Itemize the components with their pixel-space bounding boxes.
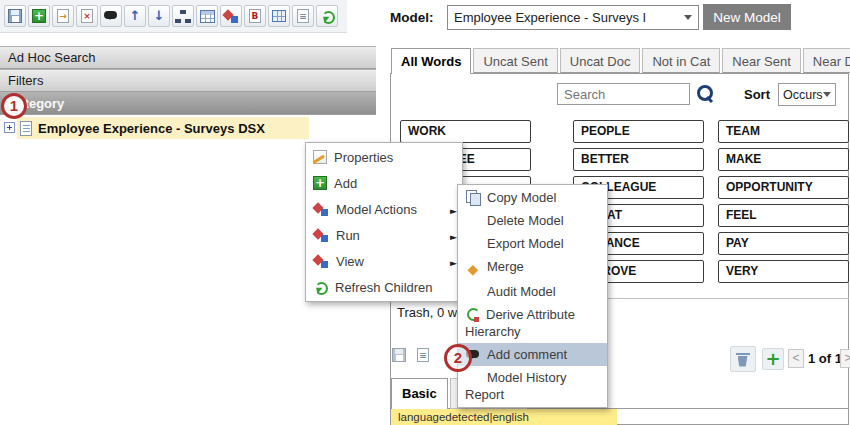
- annotation-step-2: 2: [444, 344, 472, 372]
- blank-icon: [465, 285, 481, 299]
- word-button[interactable]: WORK: [400, 120, 531, 143]
- menu-item-properties[interactable]: Properties: [306, 144, 462, 170]
- tree-item-label: Employee Experience - Surveys DSX: [38, 121, 265, 136]
- menu-item-label: Refresh Children: [335, 280, 433, 295]
- hierarchy-button[interactable]: [172, 5, 194, 27]
- tab-not-in-cat[interactable]: Not in Cat: [642, 48, 720, 73]
- run-icon: [313, 228, 329, 243]
- move-down-button[interactable]: [148, 5, 170, 27]
- grid-button[interactable]: [268, 5, 290, 27]
- sort-label: Sort: [744, 87, 770, 102]
- word-button[interactable]: OPPORTUNITY: [718, 176, 849, 199]
- move-up-button[interactable]: [124, 5, 146, 27]
- section-category[interactable]: Category: [0, 92, 376, 115]
- menu-item-add[interactable]: Add: [306, 170, 462, 196]
- trash-button[interactable]: [730, 346, 756, 372]
- menu-item-run[interactable]: Run: [306, 222, 462, 248]
- menu-item-add-comment[interactable]: Add comment: [458, 343, 607, 366]
- save-icon[interactable]: [392, 348, 406, 362]
- delete-document-button[interactable]: [76, 5, 98, 27]
- menu-item-model-history-report[interactable]: Model History Report: [458, 366, 607, 406]
- tab-all-words[interactable]: All Words: [391, 48, 471, 74]
- tab-uncat-sent[interactable]: Uncat Sent: [473, 48, 557, 73]
- menu-item-view[interactable]: View: [306, 248, 462, 274]
- section-ad-hoc-search[interactable]: Ad Hoc Search: [0, 46, 376, 69]
- model-icon: [223, 9, 239, 24]
- previous-page-button[interactable]: <: [788, 349, 804, 368]
- model-label: Model:: [390, 10, 434, 25]
- tree-item-selected[interactable]: Employee Experience - Surveys DSX: [17, 117, 309, 139]
- tab-basic[interactable]: Basic: [391, 378, 448, 409]
- model-dropdown-value: Employee Experience - Surveys I: [454, 10, 646, 25]
- model-dropdown[interactable]: Employee Experience - Surveys I: [447, 5, 699, 30]
- comment-button[interactable]: [100, 5, 122, 27]
- new-model-button[interactable]: New Model: [703, 4, 791, 30]
- search-button[interactable]: [694, 84, 716, 104]
- submenu-arrow-icon: [450, 254, 457, 269]
- save-button[interactable]: [4, 5, 26, 27]
- sort-dropdown[interactable]: Occurs: [778, 83, 836, 106]
- menu-item-label: Model Actions: [336, 202, 417, 217]
- refresh-icon: [313, 280, 328, 295]
- menu-item-refresh-children[interactable]: Refresh Children: [306, 274, 462, 300]
- menu-item-delete-model[interactable]: Delete Model: [458, 209, 607, 232]
- menu-item-label: Audit Model: [487, 284, 556, 299]
- table-button[interactable]: [196, 5, 218, 27]
- copy-icon: [465, 190, 481, 205]
- tab-near-doc[interactable]: Near Doc: [803, 48, 850, 73]
- word-button[interactable]: BETTER: [573, 148, 704, 171]
- menu-item-label: Add: [334, 176, 357, 191]
- annotation-step-1: 1: [1, 93, 27, 119]
- context-menu: Properties Add Model Actions Run View Re…: [305, 142, 463, 302]
- document-button[interactable]: [292, 5, 314, 27]
- report-button[interactable]: [244, 5, 266, 27]
- menu-item-label: View: [336, 254, 364, 269]
- search-input[interactable]: [557, 83, 690, 105]
- grid-icon: [272, 10, 286, 22]
- document-icon[interactable]: [417, 348, 429, 362]
- arrow-down-icon: [152, 9, 166, 23]
- menu-item-label: Properties: [334, 150, 393, 165]
- main-toolbar: [0, 0, 347, 33]
- chevron-down-icon: [684, 15, 692, 20]
- tab-uncat-doc[interactable]: Uncat Doc: [560, 48, 641, 73]
- add-icon: [32, 9, 46, 23]
- word-button[interactable]: VERY: [718, 260, 849, 283]
- menu-item-export-model[interactable]: Export Model: [458, 232, 607, 255]
- tab-near-sent[interactable]: Near Sent: [722, 48, 801, 73]
- menu-item-copy-model[interactable]: Copy Model: [458, 186, 607, 209]
- expand-icon[interactable]: [4, 122, 15, 133]
- section-filters[interactable]: Filters: [0, 69, 376, 92]
- menu-item-label: Merge: [487, 259, 524, 274]
- model-button[interactable]: [220, 5, 242, 27]
- menu-item-label: Add comment: [487, 347, 567, 362]
- refresh-button[interactable]: [316, 5, 338, 27]
- sort-dropdown-value: Occurs: [783, 88, 823, 102]
- add-button[interactable]: [28, 5, 50, 27]
- word-button[interactable]: FEEL: [718, 204, 849, 227]
- category-tree: Employee Experience - Surveys DSX: [0, 116, 376, 140]
- menu-item-merge[interactable]: Merge: [458, 255, 607, 280]
- model-icon: [313, 202, 329, 217]
- word-button[interactable]: PEOPLE: [573, 120, 704, 143]
- word-button[interactable]: MAKE: [718, 148, 849, 171]
- menu-item-audit-model[interactable]: Audit Model: [458, 280, 607, 303]
- arrow-up-icon: [128, 9, 142, 23]
- word-tabs: All Words Uncat Sent Uncat Doc Not in Ca…: [391, 48, 850, 74]
- view-icon: [313, 254, 329, 269]
- merge-icon: [465, 261, 481, 277]
- comment-icon: [103, 9, 119, 23]
- export-document-button[interactable]: [52, 5, 74, 27]
- menu-item-model-actions[interactable]: Model Actions: [306, 196, 462, 222]
- language-detected-row[interactable]: languagedetected|english: [391, 409, 617, 425]
- menu-item-derive-attribute-hierarchy[interactable]: Derive Attribute Hierarchy: [458, 303, 607, 343]
- blank-icon: [465, 214, 481, 228]
- chevron-down-icon: [823, 92, 831, 97]
- add-word-button[interactable]: [762, 348, 784, 370]
- word-button[interactable]: PAY: [718, 232, 849, 255]
- model-actions-submenu: Copy Model Delete Model Export Model Mer…: [457, 184, 608, 408]
- word-button[interactable]: TEAM: [718, 120, 849, 143]
- trash-icon: [735, 351, 752, 368]
- word-column-3: TEAM MAKE OPPORTUNITY FEEL PAY VERY: [718, 120, 849, 283]
- next-page-button[interactable]: >: [840, 349, 850, 368]
